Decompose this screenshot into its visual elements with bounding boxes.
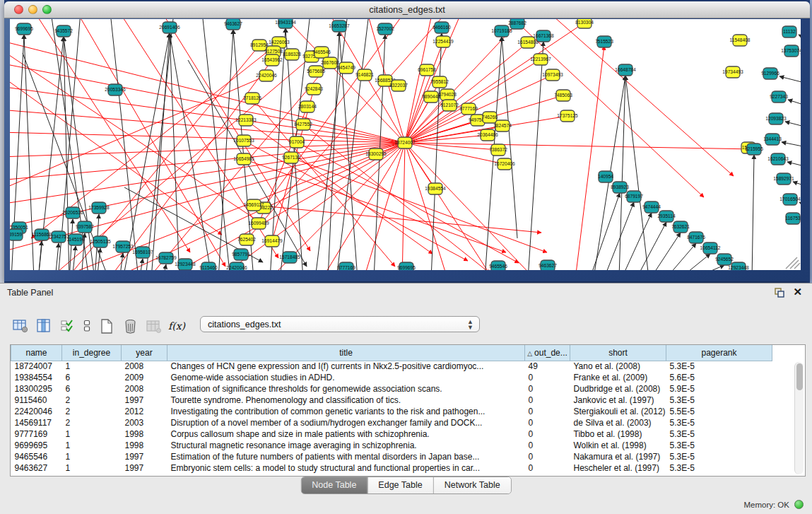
graph-node-label: 16154808 xyxy=(517,40,539,45)
import-table-icon xyxy=(144,317,163,335)
table-scrollbar-thumb[interactable] xyxy=(796,363,803,390)
table-header-row[interactable]: name in_degree year title △out_de... sho… xyxy=(11,345,791,361)
window-title: citations_edges.txt xyxy=(4,4,810,15)
graph-node-label: 9777169 xyxy=(337,265,355,270)
toggle-rows-icon[interactable] xyxy=(81,317,93,335)
graph-node-label: 20206536 xyxy=(62,210,83,215)
graph-node-label: 7386372 xyxy=(489,147,507,152)
graph-node-label: 8912954 xyxy=(250,42,269,47)
graph-node-label: 2718126 xyxy=(243,95,261,100)
graph-node-label: 9435572 xyxy=(54,28,73,33)
graph-node-label: 10973493 xyxy=(542,72,563,77)
graph-node-label: 9465546 xyxy=(489,264,507,269)
tab-network-table[interactable]: Network Table xyxy=(433,477,511,493)
table-row[interactable]: 969969511998Structural magnetic resonanc… xyxy=(11,440,791,451)
select-rows-icon[interactable] xyxy=(58,317,76,335)
table-row[interactable]: 2242004622012Investigating the contribut… xyxy=(11,406,791,417)
graph-node-label: 9699695 xyxy=(15,26,33,31)
graph-node-label: 10654985 xyxy=(233,156,254,161)
graph-node-label: 20691406 xyxy=(159,25,180,30)
graph-nodes[interactable]: 1872400789129541422606391275081654396281… xyxy=(10,19,801,270)
graph-node-label: 9121072 xyxy=(440,103,459,107)
table-row[interactable]: 911546021997Tourette syndrome. Phenomeno… xyxy=(11,395,791,406)
graph-node-label: 10719185 xyxy=(491,28,512,33)
graph-node-label: 9127508 xyxy=(264,49,283,54)
node-table[interactable]: name in_degree year title △out_de... sho… xyxy=(10,344,806,477)
graph-node-label: 9227343 xyxy=(770,94,788,99)
graph-node-label: 140954 xyxy=(598,174,613,179)
table-row[interactable]: 946362711997Embryonic stem cells: a mode… xyxy=(11,462,791,474)
graph-node-label: 17375125 xyxy=(557,113,578,118)
table-selector-dropdown[interactable]: citations_edges.txt ▲▼ xyxy=(200,316,480,332)
graph-node-label: 116753 xyxy=(785,216,801,221)
column-header-pagerank[interactable]: pagerank xyxy=(666,345,772,361)
table-row[interactable]: 977716911998Corpus callosum shape and si… xyxy=(11,428,791,440)
graph-node-label: 13753074 xyxy=(781,48,801,53)
window-titlebar[interactable]: citations_edges.txt xyxy=(4,1,810,18)
table-selector-value: citations_edges.txt xyxy=(208,320,281,329)
column-header-in-degree[interactable]: in_degree xyxy=(62,345,122,361)
graph-node-label: 8186328 xyxy=(283,52,301,57)
table-tabs: Node Table Edge Table Network Table xyxy=(300,477,511,494)
table-row[interactable]: 1830029562008Estimation of significance … xyxy=(11,383,791,395)
graph-node-label: 15718485 xyxy=(279,255,300,259)
graph-node-label: 8454749 xyxy=(337,65,355,70)
table-toolbar: f(x) citations_edges.txt ▲▼ xyxy=(11,315,191,337)
table-row[interactable]: 1456911722003Disruption of a novel membe… xyxy=(11,417,791,428)
graph-node-label: 16543962 xyxy=(261,57,283,62)
graph-node-label: 1145194 xyxy=(66,237,85,242)
graph-node-label: 6961758 xyxy=(418,67,436,72)
graph-node-label: 16958107 xyxy=(132,250,153,255)
graph-node-label: 8130304 xyxy=(575,20,594,25)
table-row[interactable]: 1938455462009Genome-wide association stu… xyxy=(11,372,791,383)
graph-node-label: 17016504 xyxy=(779,197,801,201)
float-panel-icon[interactable] xyxy=(774,287,785,298)
table-row[interactable]: 1872400712008Changes of HCN gene express… xyxy=(11,361,791,372)
column-header-short[interactable]: short xyxy=(570,345,666,361)
graph-node-label: 9465546 xyxy=(312,49,331,54)
graph-node-label: 8322037 xyxy=(389,83,408,88)
graph-node-label: 20053346 xyxy=(105,87,126,92)
column-header-out-degree[interactable]: △out_de... xyxy=(525,345,570,361)
network-view-window: citations_edges.txt 1 xyxy=(4,1,810,281)
resize-grip-icon[interactable] xyxy=(786,257,800,269)
graph-node-label: 8427552 xyxy=(294,122,312,127)
delete-table-icon[interactable] xyxy=(121,317,139,335)
graph-node-label: 9463627 xyxy=(539,263,557,268)
function-builder-icon[interactable]: f(x) xyxy=(167,317,186,335)
table-scrollbar[interactable] xyxy=(794,362,804,474)
graph-node-label: 12923448 xyxy=(728,265,749,270)
graph-node-label: 1344413 xyxy=(763,136,782,141)
column-header-year[interactable]: year xyxy=(122,345,167,361)
column-header-name[interactable]: name xyxy=(11,345,62,361)
table-settings-icon[interactable] xyxy=(11,317,30,335)
graph-node-label: 2887682 xyxy=(508,21,526,25)
graph-node-label: 9777169 xyxy=(459,106,478,111)
panel-title: Table Panel xyxy=(7,288,53,298)
graph-node-label: 16782759 xyxy=(155,255,177,260)
graph-node-label: 9245652 xyxy=(715,257,734,262)
close-panel-icon[interactable]: ✕ xyxy=(793,286,802,298)
graph-node-label: 10107553 xyxy=(233,138,254,143)
sort-ascending-icon: △ xyxy=(527,350,532,357)
graph-node-label: 2935114 xyxy=(657,214,676,218)
tab-node-table[interactable]: Node Table xyxy=(301,477,367,493)
graph-node-label: 6794028 xyxy=(438,92,457,97)
graph-node-label: 15892971 xyxy=(773,176,794,181)
create-table-icon[interactable] xyxy=(98,317,116,335)
show-columns-icon[interactable] xyxy=(35,317,53,335)
graph-node-label: 17359928 xyxy=(88,205,110,210)
graph-node-label: 9129966 xyxy=(761,71,779,76)
graph-node-label: 9115460 xyxy=(199,265,218,270)
network-canvas[interactable]: 1872400789129541422606391275081654396281… xyxy=(10,19,801,270)
memory-status-indicator[interactable] xyxy=(794,500,804,509)
graph-node-label: 9242843 xyxy=(305,86,323,91)
table-row[interactable]: 946554611997Estimation of the future num… xyxy=(11,451,791,462)
tab-edge-table[interactable]: Edge Table xyxy=(367,477,433,493)
graph-node-label: 2867608 xyxy=(321,60,339,65)
column-header-title[interactable]: title xyxy=(167,345,525,361)
graph-node-label: 9146821 xyxy=(355,72,374,77)
citation-graph[interactable]: 1872400789129541422606391275081654396281… xyxy=(10,19,801,270)
column-header-filler xyxy=(772,345,791,361)
graph-node-label: 8471676 xyxy=(687,235,705,240)
